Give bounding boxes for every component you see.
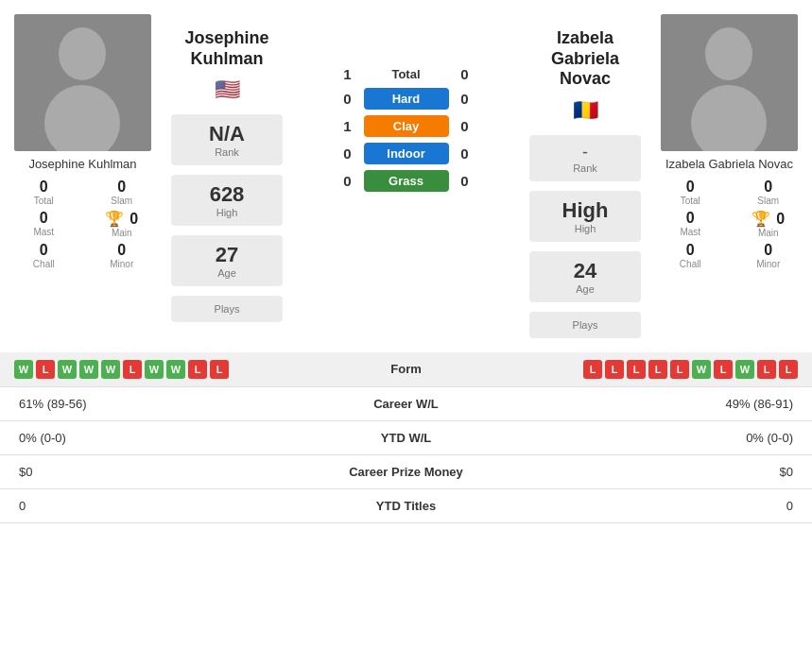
player1-chall-val: 0 bbox=[9, 242, 78, 259]
player1-rank-card: N/A Rank bbox=[171, 114, 283, 165]
score-hard: 0 Hard 0 bbox=[302, 88, 510, 110]
player1-plays-lbl: Plays bbox=[181, 303, 273, 315]
player1-form-badge: W bbox=[166, 360, 185, 379]
player1-stats-column: JosephineKuhlman 🇺🇸 N/A Rank 628 High 27… bbox=[165, 9, 288, 343]
score-clay-left: 1 bbox=[339, 118, 356, 134]
player2-age-val: 24 bbox=[539, 259, 631, 283]
score-hard-right: 0 bbox=[457, 91, 474, 107]
player1-form-badge: L bbox=[188, 360, 207, 379]
form-row: WLWWWLWWLL Form LLLLLWLWLL bbox=[0, 352, 812, 386]
player2-form-badge: L bbox=[670, 360, 689, 379]
player2-form-badges: LLLLLWLWLL bbox=[454, 360, 799, 379]
player1-name: JosephineKuhlman bbox=[184, 28, 268, 69]
player2-age-card: 24 Age bbox=[529, 251, 641, 302]
player1-age-card: 27 Age bbox=[171, 235, 283, 286]
player2-rank-val: - bbox=[539, 143, 631, 162]
player2-high-lbl: High bbox=[539, 223, 631, 234]
player1-slam-block: 0 Slam bbox=[88, 179, 157, 206]
player2-plays-card: Plays bbox=[529, 312, 641, 338]
player2-prize: $0 bbox=[501, 465, 794, 479]
player1-mast-val: 0 bbox=[9, 210, 78, 227]
player2-flag: 🇷🇴 bbox=[573, 98, 598, 123]
player2-chall-lbl: Chall bbox=[656, 259, 725, 269]
player1-form-badge: W bbox=[101, 360, 120, 379]
player2-form-badge: L bbox=[627, 360, 646, 379]
player1-name-small: Josephine Kuhlman bbox=[28, 157, 136, 171]
player2-mast-val: 0 bbox=[656, 210, 725, 227]
center-scores: 1 Total 0 0 Hard 0 1 Clay 0 0 Indoor 0 0 bbox=[288, 9, 524, 343]
player2-age-lbl: Age bbox=[539, 283, 631, 295]
player1-main-val: 0 bbox=[130, 211, 138, 228]
player1-chall-lbl: Chall bbox=[9, 259, 78, 269]
player2-stats-column: IzabelaGabriela Novac 🇷🇴 - Rank High Hig… bbox=[524, 9, 647, 343]
surface-indoor: Indoor bbox=[364, 143, 449, 164]
top-row: Josephine Kuhlman 0 Total 0 Slam 0 Mast … bbox=[0, 0, 812, 352]
player1-form-badge: W bbox=[58, 360, 77, 379]
player1-form-badge: W bbox=[145, 360, 164, 379]
player2-form-badge: L bbox=[583, 360, 602, 379]
player2-stats: 0 Total 0 Slam 0 Mast 🏆 0 Main bbox=[651, 179, 807, 269]
player2-ytd-wl: 0% (0-0) bbox=[501, 431, 794, 445]
player2-career-wl: 49% (86-91) bbox=[501, 397, 794, 411]
player2-main-val: 0 bbox=[776, 211, 785, 228]
player2-silhouette bbox=[661, 14, 798, 151]
player2-form-badge: W bbox=[735, 360, 754, 379]
player1-high-card: 628 High bbox=[171, 175, 283, 226]
score-clay: 1 Clay 0 bbox=[302, 115, 510, 137]
player2-rank-card: - Rank bbox=[529, 135, 641, 181]
player1-slam-val: 0 bbox=[88, 179, 157, 196]
player1-minor-lbl: Minor bbox=[88, 259, 157, 269]
player2-mast-block: 0 Mast bbox=[656, 210, 725, 238]
player2-minor-block: 0 Minor bbox=[734, 242, 803, 269]
surface-clay: Clay bbox=[364, 115, 449, 137]
player2-minor-lbl: Minor bbox=[734, 259, 803, 269]
player1-form-badge: L bbox=[210, 360, 229, 379]
player2-high-val: High bbox=[539, 198, 631, 223]
player2-form-badge: W bbox=[692, 360, 711, 379]
score-indoor-right: 0 bbox=[457, 145, 474, 162]
player2-total-block: 0 Total bbox=[656, 179, 725, 206]
career-wl-row: 61% (89-56) Career W/L 49% (86-91) bbox=[0, 386, 812, 420]
player1-minor-val: 0 bbox=[88, 242, 157, 259]
score-grass-left: 0 bbox=[339, 173, 356, 189]
player1-main-trophy-block: 🏆 0 Main bbox=[88, 210, 157, 238]
player2-trophy-icon: 🏆 bbox=[752, 210, 770, 228]
prize-label: Career Prize Money bbox=[312, 465, 501, 479]
player1-age-val: 27 bbox=[181, 243, 273, 267]
player1-total-val: 0 bbox=[9, 179, 78, 196]
player2-slam-lbl: Slam bbox=[734, 196, 803, 206]
player1-form-badges: WLWWWLWWLL bbox=[14, 360, 359, 379]
player1-mast-lbl: Mast bbox=[9, 227, 78, 237]
score-grass-right: 0 bbox=[457, 173, 474, 189]
player1-slam-lbl: Slam bbox=[88, 196, 157, 206]
page: Josephine Kuhlman 0 Total 0 Slam 0 Mast … bbox=[0, 0, 812, 523]
player2-slam-block: 0 Slam bbox=[734, 179, 803, 206]
player1-high-val: 628 bbox=[181, 182, 273, 207]
player2-chall-block: 0 Chall bbox=[656, 242, 725, 269]
player1-form-badge: W bbox=[14, 360, 33, 379]
player1-chall-block: 0 Chall bbox=[9, 242, 78, 269]
ytd-wl-row: 0% (0-0) YTD W/L 0% (0-0) bbox=[0, 420, 812, 454]
player2-chall-val: 0 bbox=[656, 242, 725, 259]
player2-avatar bbox=[661, 14, 798, 151]
player1-total-lbl: Total bbox=[9, 196, 78, 206]
player1-total-block: 0 Total bbox=[9, 179, 78, 206]
player2-form-badge: L bbox=[648, 360, 667, 379]
player2-name-small: Izabela Gabriela Novac bbox=[665, 157, 793, 171]
surface-hard: Hard bbox=[364, 88, 449, 110]
form-label: Form bbox=[359, 362, 454, 376]
player1-rank-lbl: Rank bbox=[181, 146, 273, 158]
player2-form-badge: L bbox=[605, 360, 624, 379]
player1-mast-block: 0 Mast bbox=[9, 210, 78, 238]
player2-main-trophy-block: 🏆 0 Main bbox=[734, 210, 803, 238]
player1-stats: 0 Total 0 Slam 0 Mast 🏆 0 Main bbox=[5, 179, 161, 269]
player1-career-wl: 61% (89-56) bbox=[19, 397, 312, 411]
player1-form-badge: L bbox=[36, 360, 55, 379]
player2-form-badge: L bbox=[779, 360, 798, 379]
player2-rank-lbl: Rank bbox=[539, 162, 631, 174]
player2-plays-lbl: Plays bbox=[539, 319, 631, 331]
surface-grass: Grass bbox=[364, 170, 449, 192]
career-wl-label: Career W/L bbox=[312, 397, 501, 411]
player1-main-lbl: Main bbox=[88, 228, 157, 238]
player1-rank-val: N/A bbox=[181, 122, 273, 146]
